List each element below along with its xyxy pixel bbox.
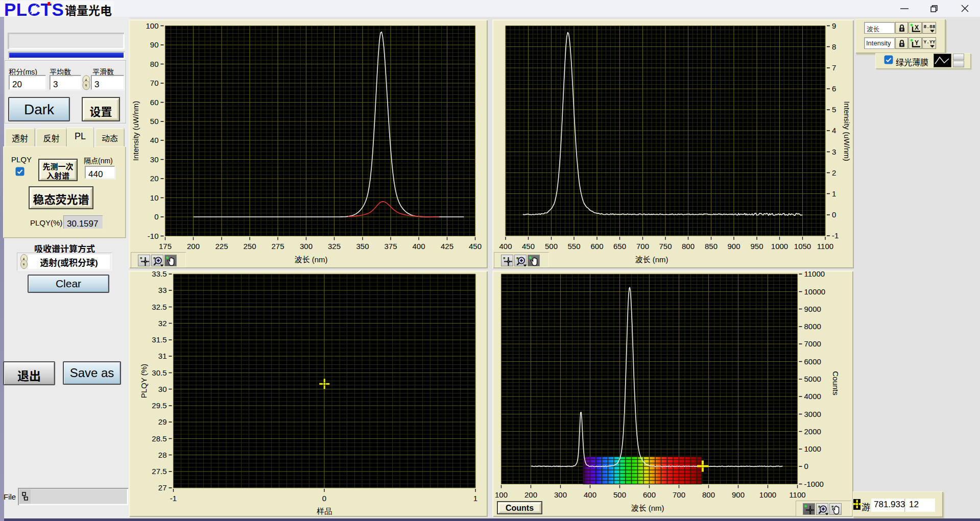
svg-text:0: 0 xyxy=(804,462,808,470)
svg-text:31: 31 xyxy=(158,352,167,360)
svg-text:9: 9 xyxy=(832,21,836,30)
svg-text:X: X xyxy=(915,24,919,31)
svg-text:200: 200 xyxy=(524,490,537,499)
svg-text:800: 800 xyxy=(682,242,695,251)
svg-text:5000: 5000 xyxy=(804,375,821,383)
svg-text:波长 (nm): 波长 (nm) xyxy=(294,254,327,264)
svg-text:60: 60 xyxy=(150,98,159,107)
svg-text:900: 900 xyxy=(727,242,740,251)
svg-text:30.5: 30.5 xyxy=(152,368,166,377)
svg-text:300: 300 xyxy=(554,490,567,499)
svg-text:450: 450 xyxy=(522,242,535,251)
svg-text:27.5: 27.5 xyxy=(152,467,166,476)
svg-text:3: 3 xyxy=(832,147,836,156)
svg-text:650: 650 xyxy=(613,242,626,251)
svg-text:850: 850 xyxy=(705,242,718,251)
svg-text:30: 30 xyxy=(158,385,167,393)
svg-text:7: 7 xyxy=(832,63,836,72)
svg-text:0: 0 xyxy=(832,210,836,219)
svg-text:20: 20 xyxy=(150,174,159,183)
svg-text:5: 5 xyxy=(832,105,836,114)
svg-text:50: 50 xyxy=(150,117,159,126)
svg-text:500: 500 xyxy=(613,490,626,499)
svg-text:Y.YY: Y.YY xyxy=(924,39,936,45)
svg-text:700: 700 xyxy=(673,490,685,499)
svg-text:32: 32 xyxy=(158,319,167,328)
svg-text:33: 33 xyxy=(158,286,167,294)
svg-text:0: 0 xyxy=(154,212,158,221)
svg-text:275: 275 xyxy=(271,242,284,251)
svg-text:950: 950 xyxy=(750,242,763,251)
svg-text:-1000: -1000 xyxy=(804,480,824,488)
svg-text:10: 10 xyxy=(150,193,159,202)
svg-text:Y: Y xyxy=(915,39,919,46)
svg-text:400: 400 xyxy=(499,242,512,251)
svg-text:8000: 8000 xyxy=(804,322,821,331)
svg-text:40: 40 xyxy=(150,136,159,144)
svg-text:1100: 1100 xyxy=(817,242,833,251)
svg-text:32.5: 32.5 xyxy=(152,303,166,311)
svg-text:600: 600 xyxy=(590,242,603,251)
svg-text:波长 (nm): 波长 (nm) xyxy=(635,254,668,264)
svg-text:6000: 6000 xyxy=(804,357,821,366)
svg-text:100: 100 xyxy=(146,21,158,30)
svg-text:450: 450 xyxy=(469,242,482,251)
svg-text:29.5: 29.5 xyxy=(152,401,166,410)
svg-text:600: 600 xyxy=(643,490,656,499)
svg-text:Counts: Counts xyxy=(831,371,840,395)
svg-text:1: 1 xyxy=(832,189,836,198)
svg-text:550: 550 xyxy=(567,242,580,251)
svg-text:PLQY (%): PLQY (%) xyxy=(139,364,148,398)
svg-text:225: 225 xyxy=(215,242,228,251)
svg-text:6: 6 xyxy=(832,84,836,93)
svg-text:29: 29 xyxy=(158,417,167,426)
svg-text:波长 (nm): 波长 (nm) xyxy=(631,502,664,513)
svg-text:样品: 样品 xyxy=(317,507,332,515)
svg-text:500: 500 xyxy=(545,242,558,251)
svg-text:3000: 3000 xyxy=(804,410,821,418)
svg-text:700: 700 xyxy=(636,242,649,251)
svg-text:33.5: 33.5 xyxy=(152,269,166,278)
svg-text:300: 300 xyxy=(300,242,313,251)
svg-text:7000: 7000 xyxy=(804,339,821,348)
svg-text:30: 30 xyxy=(150,155,159,164)
svg-text:175: 175 xyxy=(159,242,172,251)
svg-text:9000: 9000 xyxy=(804,305,821,313)
svg-text:800: 800 xyxy=(702,490,715,499)
svg-text:2000: 2000 xyxy=(804,427,821,436)
svg-text:28.5: 28.5 xyxy=(152,434,166,443)
svg-text:90: 90 xyxy=(150,40,159,49)
svg-text:-10: -10 xyxy=(148,232,159,240)
svg-text:1000: 1000 xyxy=(759,490,776,499)
svg-text:70: 70 xyxy=(150,79,159,87)
svg-text:200: 200 xyxy=(187,242,200,251)
svg-text:-1: -1 xyxy=(170,494,177,503)
svg-text:10000: 10000 xyxy=(804,287,826,296)
svg-text:8.88: 8.88 xyxy=(924,24,936,30)
svg-text:28: 28 xyxy=(158,451,167,459)
svg-text:Intensity (uW/nm): Intensity (uW/nm) xyxy=(843,101,851,161)
svg-text:4: 4 xyxy=(832,126,836,135)
svg-text:400: 400 xyxy=(412,242,425,251)
svg-text:900: 900 xyxy=(732,490,745,499)
svg-text:Intensity (uW/nm): Intensity (uW/nm) xyxy=(131,101,140,161)
svg-text:-1: -1 xyxy=(832,231,839,240)
svg-text:1000: 1000 xyxy=(804,444,821,453)
svg-text:2: 2 xyxy=(832,168,836,177)
svg-text:27: 27 xyxy=(158,483,167,492)
svg-text:1: 1 xyxy=(473,494,477,503)
svg-text:1050: 1050 xyxy=(794,242,811,251)
svg-text:425: 425 xyxy=(441,242,453,251)
svg-text:100: 100 xyxy=(495,490,508,499)
svg-text:250: 250 xyxy=(243,242,256,251)
svg-text:0: 0 xyxy=(322,494,326,503)
svg-text:400: 400 xyxy=(584,490,596,499)
svg-text:11000: 11000 xyxy=(804,269,825,278)
svg-text:350: 350 xyxy=(356,242,369,251)
svg-text:750: 750 xyxy=(659,242,672,251)
svg-text:375: 375 xyxy=(384,242,397,251)
svg-text:80: 80 xyxy=(150,60,159,68)
svg-text:325: 325 xyxy=(328,242,341,251)
svg-text:4000: 4000 xyxy=(804,392,821,401)
svg-text:1000: 1000 xyxy=(771,242,788,251)
